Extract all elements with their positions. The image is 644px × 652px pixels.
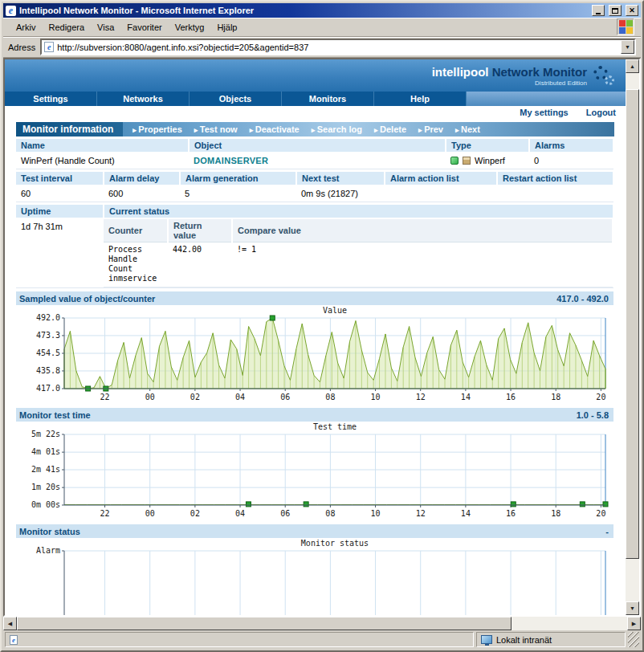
table-row: 1d 7h 31m Counter Return value Compare v… [16,218,613,288]
monitor-summary-table: Name Object Type Alarms WinPerf (Handle … [16,139,614,169]
section-range: - [605,527,609,536]
svg-text:18: 18 [551,509,560,518]
svg-text:06: 06 [280,393,290,401]
svg-text:04: 04 [235,393,245,401]
section-range: 1.0 - 5.8 [577,410,609,420]
svg-text:10: 10 [371,393,381,401]
col-compare-value: Compare value [232,219,613,242]
maximize-button[interactable] [609,5,622,16]
col-alarm-generation: Alarm generation [180,172,296,185]
menu-bar: Arkiv Redigera Visa Favoriter Verktyg Hj… [3,18,641,37]
menu-redigera[interactable]: Redigera [42,20,91,35]
svg-text:1m 20s: 1m 20s [31,483,60,491]
ie-app-icon: e [6,6,16,16]
next-button[interactable]: Next [455,124,480,134]
return-value: 442.00 [168,242,232,287]
web-page: intellipool Network Monitor Distributed … [5,59,626,615]
counter-value: Process Handle Count inmservice [104,242,168,287]
vertical-scrollbar[interactable]: ▲ ▼ [626,59,639,615]
nav-settings[interactable]: Settings [5,92,97,106]
col-counter: Counter [104,219,168,242]
nav-networks[interactable]: Networks [97,92,190,106]
svg-text:12: 12 [416,509,426,518]
col-return-value: Return value [168,219,232,242]
horizontal-scroll-thumb[interactable] [17,617,512,630]
search-log-button[interactable]: Search log [312,124,362,134]
test-now-button[interactable]: Test now [194,124,238,134]
close-button[interactable]: ✕ [626,5,638,16]
menu-verktyg[interactable]: Verktyg [169,20,211,35]
resize-grip[interactable] [628,632,639,647]
alarm-generation-value: 5 [180,185,296,202]
table-row: Process Handle Count inmservice 442.00 !… [104,242,613,287]
monitor-info-toolbar: Monitor information Properties Test now … [16,122,614,137]
col-name: Name [16,139,189,153]
col-alarm-delay: Alarm delay [104,172,180,185]
prev-button[interactable]: Prev [418,124,443,134]
section-title: Sampled value of object/counter [19,294,155,304]
app-banner: intellipool Network Monitor Distributed … [5,59,626,92]
svg-text:02: 02 [190,393,200,401]
section-title: Monitor status [19,527,80,536]
menu-visa[interactable]: Visa [91,20,120,35]
menu-hjalp[interactable]: Hjälp [210,20,243,35]
scroll-right-button[interactable]: ▶ [627,617,641,630]
svg-text:0m 00s: 0m 00s [31,500,60,509]
window-title: Intellipool Network Monitor - Microsoft … [19,6,588,15]
col-alarms: Alarms [529,139,613,153]
monitor-name: WinPerf (Handle Count) [16,153,189,169]
horizontal-scrollbar[interactable]: ◀ ▶ [3,617,641,630]
nav-help[interactable]: Help [374,92,467,106]
delete-button[interactable]: Delete [374,124,406,134]
maximize-icon [612,8,618,14]
intranet-zone-icon [481,635,492,644]
app-logo: intellipool Network Monitor Distributed … [432,65,587,87]
my-settings-link[interactable]: My settings [520,108,569,117]
scroll-down-button[interactable]: ▼ [626,601,639,615]
status-ok-icon [450,157,459,165]
scroll-up-button[interactable]: ▲ [626,59,639,73]
scroll-left-button[interactable]: ◀ [3,617,17,630]
table-row: WinPerf (Handle Count) DOMAINSERVER Winp… [16,153,613,169]
brand-name: intellipool [432,65,489,79]
address-dropdown-button[interactable]: ▼ [621,40,634,54]
svg-text:Alarm: Alarm [36,546,60,555]
deactivate-button[interactable]: Deactivate [250,124,300,134]
status-panel: e [5,632,474,647]
svg-text:417.0: 417.0 [36,384,60,393]
address-input[interactable]: e http://subversion:8080/agent.info.xsi?… [40,39,636,55]
svg-text:14: 14 [461,393,471,401]
monitor-settings-table: Test interval Alarm delay Alarm generati… [16,172,614,202]
product-name: Network Monitor [489,65,588,79]
menu-arkiv[interactable]: Arkiv [10,20,42,35]
next-test-value: 0m 9s (21827) [296,185,385,202]
nav-objects[interactable]: Objects [190,92,282,106]
col-test-interval: Test interval [16,172,104,185]
svg-text:16: 16 [506,509,516,518]
vertical-scroll-track[interactable] [626,73,639,601]
vertical-scroll-thumb[interactable] [626,89,639,560]
col-alarm-action-list: Alarm action list [385,172,497,185]
monitor-status-chart: 220002040608101214161820AlarmOkMonitor s… [16,538,613,615]
svg-text:12: 12 [416,393,426,401]
table-row: 60 600 5 0m 9s (21827) [16,185,613,202]
svg-text:435.8: 435.8 [36,366,60,375]
minimize-icon [596,13,601,14]
edition-label: Distributed Edition [432,79,587,87]
value-chart: 220002040608101214161820492.0473.3454.54… [16,305,613,405]
alarm-count: 0 [529,153,613,169]
menu-favoriter[interactable]: Favoriter [120,20,168,35]
logout-link[interactable]: Logout [586,108,616,117]
svg-text:08: 08 [325,509,335,518]
properties-button[interactable]: Properties [132,124,181,134]
object-link[interactable]: DOMAINSERVER [194,156,268,165]
minimize-button[interactable] [592,5,605,16]
section-title: Monitor test time [19,410,91,420]
horizontal-scroll-track[interactable] [17,617,627,630]
col-type: Type [446,139,529,153]
svg-text:2m 41s: 2m 41s [31,465,60,474]
col-current-status: Current status [104,205,613,218]
sub-nav: My settings Logout [5,106,626,118]
nav-monitors[interactable]: Monitors [282,92,374,106]
monitor-status-section-header: Monitor status - [16,524,613,538]
